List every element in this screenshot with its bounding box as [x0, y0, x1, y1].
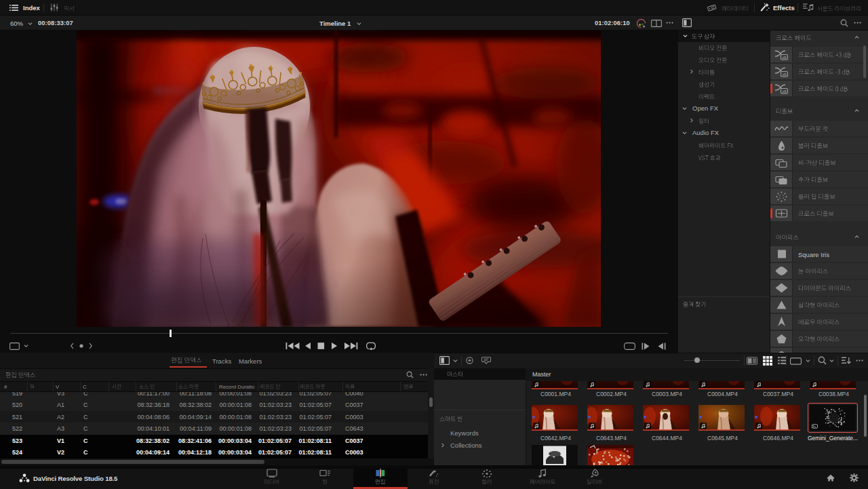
svg-text:dB: dB — [782, 90, 787, 94]
svg-text:dB: dB — [782, 73, 787, 77]
svg-text:dB: dB — [782, 56, 787, 60]
